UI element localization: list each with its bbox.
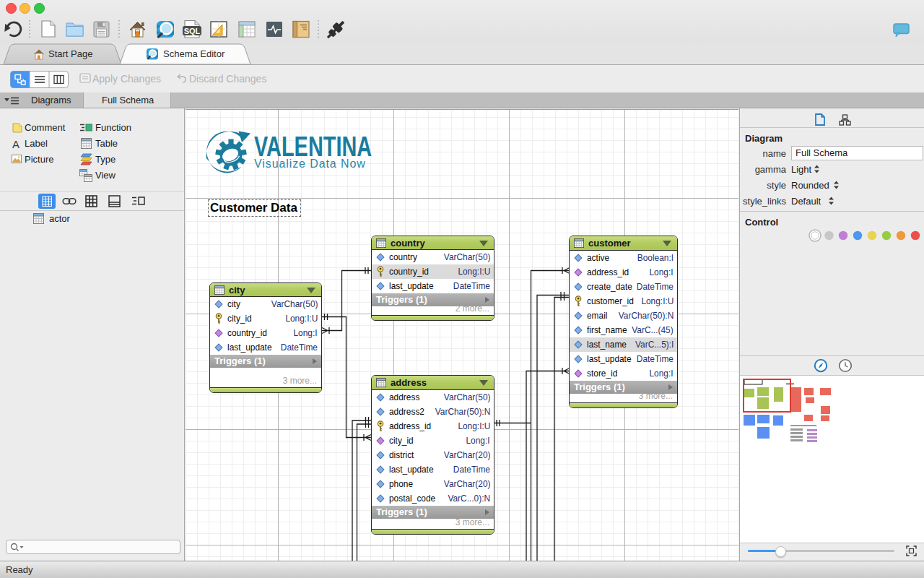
svg-text:SQL: SQL <box>184 27 201 35</box>
